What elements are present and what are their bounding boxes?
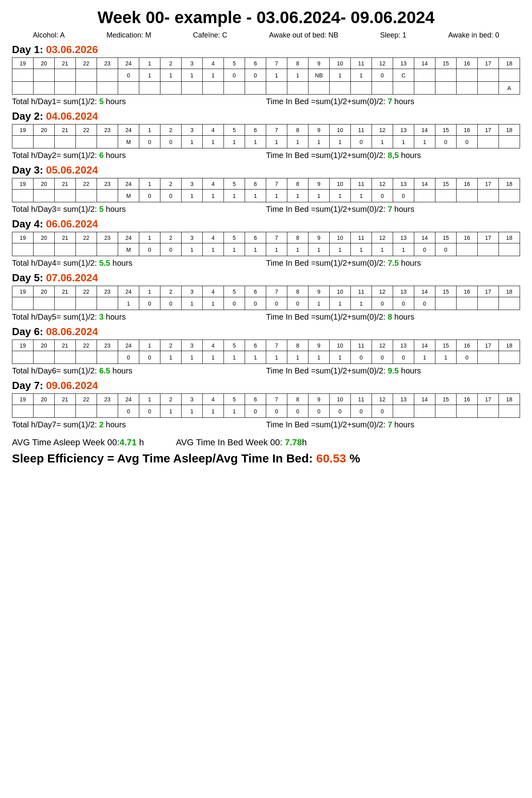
hour-header: 9 (309, 394, 330, 405)
hour-header: 8 (287, 124, 309, 136)
cell: 0 (139, 190, 160, 202)
cell: 0 (160, 136, 182, 148)
cell: 0 (351, 351, 372, 364)
hour-header: 23 (97, 58, 118, 69)
cell (499, 297, 520, 310)
cell: 0 (139, 351, 160, 364)
cell (76, 297, 97, 310)
cell (34, 297, 55, 310)
cell: 0 (139, 136, 160, 148)
day-header: Day 2: 04.06.2024 (12, 110, 520, 122)
cell: 1 (287, 136, 309, 148)
hour-header: 13 (393, 178, 414, 190)
cell (55, 136, 76, 148)
tib-summary: Time In Bed =sum(1)/2+sum(0)/2: 8,5 hour… (266, 151, 520, 160)
cell (97, 405, 118, 418)
cell (97, 297, 118, 310)
hour-header: 17 (478, 394, 499, 405)
hour-header: 14 (414, 124, 435, 136)
day-date: 03.06.2026 (46, 43, 98, 55)
day-header: Day 4: 06.06.2024 (12, 218, 520, 230)
cell: 1 (245, 190, 266, 202)
cell: 1 (330, 69, 351, 82)
cell (245, 82, 266, 95)
hour-header: 9 (309, 58, 330, 69)
cell (97, 351, 118, 364)
hour-header: 1 (139, 232, 160, 243)
hour-header: 24 (118, 124, 139, 136)
tib-summary: Time In Bed =sum(1)/2+sum(0)/2: 8 hours (266, 312, 520, 322)
hour-header: 5 (224, 178, 245, 190)
cell: 1 (435, 351, 457, 364)
cell (76, 243, 97, 256)
hour-header: 21 (55, 394, 76, 405)
cell: 1 (203, 405, 224, 418)
cell (457, 297, 478, 310)
summary-row: Total h/Day4= sum(1)/2: 5.5 hours Time I… (12, 259, 520, 268)
cell: 0 (245, 69, 266, 82)
cell (55, 351, 76, 364)
hour-header: 3 (182, 286, 203, 297)
avg-tib: AVG Time In Bed Week 00: 7.78h (176, 437, 307, 448)
cell: 1 (160, 405, 182, 418)
hour-header: 6 (245, 286, 266, 297)
hour-header: 3 (182, 340, 203, 351)
cell: 0 (351, 136, 372, 148)
cell (97, 69, 118, 82)
day-label: Day 4: (12, 218, 46, 230)
hour-header: 4 (203, 286, 224, 297)
cell: 1 (287, 243, 309, 256)
time-grid: 1920212223241234567891011121314151617180… (12, 340, 520, 364)
cell: 1 (160, 351, 182, 364)
cell: 1 (245, 243, 266, 256)
cell: 0 (372, 297, 393, 310)
hour-header: 7 (266, 340, 287, 351)
cell (393, 405, 414, 418)
cell (76, 351, 97, 364)
hour-header: 23 (97, 178, 118, 190)
hour-header: 24 (118, 178, 139, 190)
cell: 1 (224, 405, 245, 418)
cell: 1 (203, 190, 224, 202)
hour-header: 21 (55, 178, 76, 190)
hour-header: 2 (160, 124, 182, 136)
hour-header: 20 (34, 394, 55, 405)
total-value: 6 (99, 151, 103, 160)
cell: M (118, 136, 139, 148)
hour-header: 12 (372, 286, 393, 297)
hour-header: 5 (224, 58, 245, 69)
time-grid: 1920212223241234567891011121314151617180… (12, 393, 520, 418)
cell: 1 (203, 351, 224, 364)
time-grid: 192021222324123456789101112131415161718M… (12, 232, 520, 256)
hour-header: 13 (393, 340, 414, 351)
cell (12, 190, 34, 202)
cell (76, 190, 97, 202)
cell (139, 82, 160, 95)
hour-header: 8 (287, 58, 309, 69)
hour-header: 20 (34, 286, 55, 297)
cell (351, 82, 372, 95)
day-header: Day 7: 09.06.2024 (12, 379, 520, 392)
day-block: Day 3: 05.06.202419202122232412345678910… (12, 164, 520, 214)
hour-header: 5 (224, 394, 245, 405)
legend-medication: Medication: M (107, 31, 151, 40)
hour-header: 7 (266, 178, 287, 190)
summary-row: Total h/Day1= sum(1)/2: 5 hours Time In … (12, 97, 520, 106)
summary-row: Total h/Day5= sum(1)/2: 3 hours Time In … (12, 312, 520, 322)
cell (34, 405, 55, 418)
hour-header: 19 (12, 124, 34, 136)
cell (330, 82, 351, 95)
hour-header: 6 (245, 178, 266, 190)
summary-row: Total h/Day6= sum(1)/2: 6.5 hours Time I… (12, 366, 520, 375)
cell: 0 (139, 243, 160, 256)
hour-header: 18 (499, 124, 520, 136)
cell: 0 (160, 190, 182, 202)
hour-header: 13 (393, 394, 414, 405)
total-value: 6.5 (99, 366, 110, 375)
hour-header: 22 (76, 58, 97, 69)
hour-header: 22 (76, 286, 97, 297)
cell: 1 (330, 136, 351, 148)
hour-header: 23 (97, 340, 118, 351)
cell (435, 190, 457, 202)
cell (499, 136, 520, 148)
